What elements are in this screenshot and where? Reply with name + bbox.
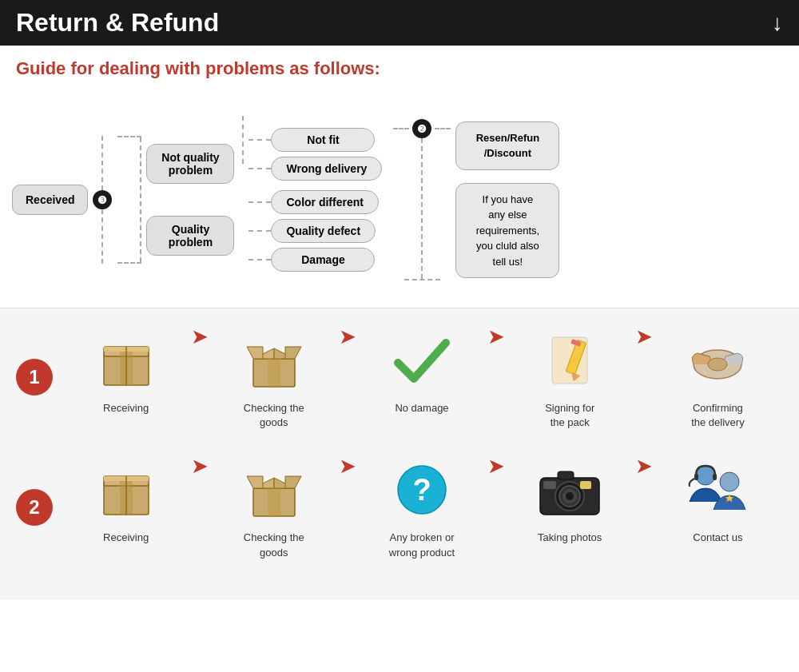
step-2-item-broken: ? Any broken orwrong product	[356, 454, 487, 559]
not-fit-box: Not fit	[271, 128, 375, 152]
svg-marker-8	[247, 347, 263, 359]
question-icon: ?	[382, 454, 462, 526]
svg-rect-10	[268, 359, 280, 387]
step-2-item-receiving: Receiving	[61, 454, 191, 545]
step-1-label-receiving: Receiving	[103, 401, 149, 416]
step-2-item-photos: Taking photos	[505, 454, 635, 545]
step-1-arrow-1: ➤	[191, 324, 209, 365]
handshake-icon	[678, 324, 757, 396]
result-resen-box: Resen/Refun/Discount	[455, 121, 559, 170]
not-quality-problem-box: Not qualityproblem	[146, 144, 234, 184]
header-arrow: ↓	[772, 10, 783, 36]
step-2-label-receiving: Receiving	[103, 531, 149, 545]
step-2-number: 2	[16, 489, 53, 526]
box-open-icon	[234, 324, 314, 396]
header: Return & Refund ↓	[0, 0, 799, 46]
svg-rect-37	[543, 481, 556, 489]
step-2-arrow-4: ➤	[635, 454, 653, 495]
step-1-item-nodamage: No damage	[356, 324, 487, 416]
quality-defect-box: Quality defect	[271, 219, 376, 243]
damage-box: Damage	[271, 248, 375, 272]
svg-rect-36	[580, 481, 591, 489]
badge-3: ❸	[93, 190, 112, 209]
contact-icon	[678, 454, 757, 526]
step-2-arrow-1: ➤	[191, 454, 209, 495]
result-requirements-box: If you haveany elserequirements,you clul…	[455, 183, 559, 279]
guide-subtitle: Guide for dealing with problems as follo…	[16, 58, 783, 79]
steps-section: 1 Receiving ➤	[0, 308, 799, 600]
step-2-row: 2 Receiving ➤	[16, 454, 783, 559]
box-closed-icon	[86, 324, 166, 396]
step-2-arrow-2: ➤	[339, 454, 356, 495]
step-1-row: 1 Receiving ➤	[16, 324, 783, 430]
box-open-2-icon	[234, 454, 314, 526]
wrong-delivery-box: Wrong delivery	[271, 157, 382, 181]
step-2-arrow-3: ➤	[487, 454, 505, 495]
step-2-label-photos: Taking photos	[538, 531, 602, 545]
checkmark-icon	[382, 324, 462, 396]
flowchart: Received ❸ Not qualityproblem Qualitypro…	[0, 100, 799, 308]
step-1-label-confirming: Confirmingthe delivery	[691, 401, 744, 430]
pencil-icon	[530, 324, 610, 396]
step-1-number: 1	[16, 359, 53, 396]
svg-marker-26	[285, 476, 301, 488]
svg-point-41	[720, 472, 739, 491]
step-2-item-checking: Checking thegoods	[209, 454, 339, 559]
step-1-arrow-3: ➤	[487, 324, 505, 365]
step-2-items: Receiving ➤ Checking thegoods ➤	[61, 454, 783, 559]
svg-marker-25	[247, 476, 263, 488]
color-different-box: Color different	[271, 190, 378, 214]
step-2-label-contact: Contact us	[693, 531, 742, 545]
step-1-label-nodamage: No damage	[395, 401, 448, 416]
step-1-item-checking: Checking thegoods	[209, 324, 339, 430]
step-1-item-confirming: Confirmingthe delivery	[653, 324, 783, 430]
svg-text:?: ?	[412, 473, 431, 507]
camera-icon	[530, 454, 610, 526]
step-1-label-signing: Signing forthe pack	[545, 401, 594, 430]
step-1-item-receiving: Receiving	[61, 324, 191, 416]
step-1-items: Receiving ➤ Checkin	[61, 324, 783, 430]
step-2-label-checking: Checking thegoods	[244, 531, 304, 559]
step-1-item-signing: Signing forthe pack	[505, 324, 635, 430]
step-1-arrow-2: ➤	[339, 324, 356, 365]
badge-2: ❷	[412, 119, 431, 138]
step-2-label-broken: Any broken orwrong product	[389, 531, 455, 559]
step-2-item-contact: Contact us	[653, 454, 783, 545]
svg-rect-40	[713, 474, 717, 480]
svg-point-34	[566, 492, 574, 500]
step-1-label-checking: Checking thegoods	[244, 401, 304, 430]
received-box: Received	[12, 185, 88, 215]
svg-point-16	[708, 358, 727, 371]
svg-rect-35	[558, 471, 574, 479]
box-closed-2-icon	[86, 454, 166, 526]
svg-rect-39	[694, 474, 698, 480]
svg-marker-9	[285, 347, 301, 359]
step-1-arrow-4: ➤	[635, 324, 653, 365]
quality-problem-box: Qualityproblem	[146, 216, 234, 256]
header-title: Return & Refund	[16, 8, 219, 38]
svg-rect-27	[268, 488, 280, 516]
